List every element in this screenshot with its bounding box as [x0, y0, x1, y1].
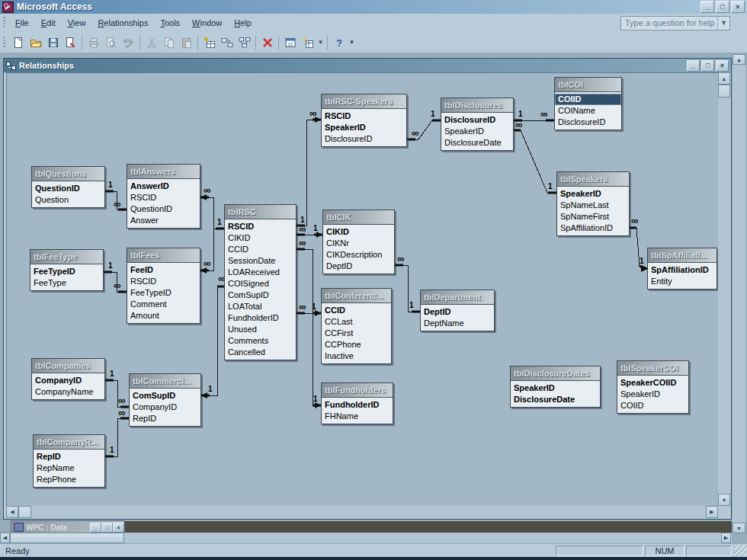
help-dropdown-arrow[interactable]: ▼ — [348, 34, 356, 51]
new-button[interactable] — [9, 34, 27, 51]
table-title-tblDisclosureDates[interactable]: tblDisclosureDates — [511, 366, 600, 381]
field-tblAnswers-Answer[interactable]: Answer — [127, 215, 200, 226]
field-tblCIK-CIKDescription[interactable]: CIKDescription — [323, 249, 394, 261]
field-tblCOI-COIName[interactable]: COIName — [555, 105, 621, 117]
relationship-tblRSC-tblAnswers[interactable]: 1∞ — [200, 184, 224, 229]
menu-file[interactable]: File — [9, 16, 35, 30]
table-tblDisclosureDates[interactable]: tblDisclosureDatesSpeakerIDDisclosureDat… — [510, 366, 601, 408]
field-tblFees-Comment[interactable]: Comment — [127, 299, 200, 310]
table-title-tblQuestions[interactable]: tblQuestions — [32, 167, 104, 181]
table-title-tblSpeakers[interactable]: tblSpeakers — [557, 172, 629, 187]
field-tblDisclosures-SpeakerID[interactable]: SpeakerID — [441, 126, 513, 137]
field-tblRSC-FundholderID[interactable]: FundholderID — [225, 312, 296, 324]
relationship-tblFeeType-tblFees[interactable]: 1∞ — [104, 261, 127, 292]
table-tblFees[interactable]: tblFeesFeeIDRSCIDFeeTypeIDCommentAmount — [127, 248, 200, 324]
new-object-button[interactable] — [299, 34, 316, 51]
field-tblCOI-DisclosureID[interactable]: DisclosureID — [555, 117, 621, 128]
field-tblSpAffiliati...-Entity[interactable]: Entity — [648, 276, 717, 287]
field-tblDepartment-DeptID[interactable]: DeptID — [421, 306, 494, 318]
mdi-vertical-scrollbar[interactable]: ▲ ▼ — [733, 54, 745, 533]
table-title-tblAnswers[interactable]: tblAnswers — [127, 165, 200, 179]
chevron-down-icon[interactable]: ▼ — [717, 17, 729, 30]
new-object-dropdown-arrow[interactable]: ▼ — [316, 34, 325, 51]
field-tblCIK-CIKNr[interactable]: CIKNr — [323, 238, 394, 249]
field-tblSpeakers-SpNameLast[interactable]: SpNameLast — [557, 200, 629, 211]
partial-close-button[interactable]: × — [113, 523, 124, 533]
table-tblCompanies[interactable]: tblCompaniesCompanyIDCompanyName — [31, 358, 105, 400]
field-tblCOI-COIID[interactable]: COIID — [555, 94, 621, 105]
relationship-tblRSC-tblRSC-Speakers[interactable]: 1∞ — [297, 107, 321, 226]
field-tblConferenc...-CCLast[interactable]: CCLast — [322, 316, 391, 328]
field-tblCompanyR...-RepName[interactable]: RepName — [34, 462, 104, 474]
field-tblDisclosures-DisclosureID[interactable]: DisclosureID — [441, 114, 513, 126]
table-title-tblFeeType[interactable]: tblFeeType — [30, 250, 103, 264]
relationship-tblCIK-tblRSC[interactable]: ∞1 — [297, 223, 322, 238]
table-tblSpeakerCOI[interactable]: tblSpeakerCOISpeakerCOIIDSpeakerIDCOIID — [617, 360, 689, 414]
save-button[interactable] — [44, 34, 62, 51]
relationship-tblDisclosures-tblSpeakers[interactable]: ∞1 — [514, 119, 556, 193]
relwin-close-button[interactable]: × — [716, 60, 729, 72]
relationship-tblCompanyR...-tblCommerci...[interactable]: 1∞ — [105, 407, 129, 456]
field-tblCommerci...-RepID[interactable]: RepID — [130, 413, 200, 424]
field-tblRSC-RSCID[interactable]: RSCID — [225, 221, 296, 232]
menu-edit[interactable]: Edit — [35, 16, 62, 30]
partial-maximize-button[interactable]: □ — [101, 523, 113, 533]
toolbar-gripper[interactable] — [3, 37, 5, 49]
menu-help[interactable]: Help — [228, 16, 258, 30]
field-tblRSC-CCID[interactable]: CCID — [225, 244, 296, 255]
scroll-left-button[interactable]: ◀ — [0, 533, 10, 543]
field-tblAnswers-RSCID[interactable]: RSCID — [127, 192, 200, 203]
maximize-button[interactable]: □ — [716, 1, 729, 13]
table-tblSpAffiliati...[interactable]: tblSpAffiliati...SpAffiliationIDEntity — [647, 248, 717, 290]
field-tblFeeType-FeeType[interactable]: FeeType — [30, 277, 103, 289]
field-tblCompanyR...-RepPhone[interactable]: RepPhone — [34, 474, 104, 485]
show-table-button[interactable] — [200, 34, 218, 51]
vertical-scroll-thumb[interactable] — [718, 85, 730, 98]
close-button[interactable]: × — [731, 1, 745, 13]
table-tblCommerci...[interactable]: tblCommerci...ComSupIDCompanyIDRepID — [129, 373, 201, 427]
table-tblRSC-Speakers[interactable]: tblRSC-SpeakersRSCIDSpeakerIDDisclosureI… — [321, 94, 407, 147]
table-tblFundholders[interactable]: tblFundholdersFundholderIDFHName — [321, 382, 393, 424]
field-tblSpeakers-SpeakerID[interactable]: SpeakerID — [557, 188, 629, 200]
relwin-vertical-scrollbar[interactable]: ▲ ▼ — [718, 72, 730, 506]
scroll-down-button[interactable]: ▼ — [718, 494, 730, 506]
table-tblConferenc...[interactable]: tblConferenc...CCIDCCLastCCFirstCCPhoneI… — [321, 288, 392, 364]
field-tblAnswers-QuestionID[interactable]: QuestionID — [127, 203, 200, 215]
field-tblRSC-LOATotal[interactable]: LOATotal — [225, 301, 296, 312]
field-tblConferenc...-Inactive[interactable]: Inactive — [322, 350, 391, 362]
field-tblRSC-Comments[interactable]: Comments — [225, 335, 296, 347]
table-tblCOI[interactable]: tblCOICOIIDCOINameDisclosureID — [554, 77, 622, 130]
scroll-up-button[interactable]: ▲ — [718, 72, 730, 85]
relationship-tblRSC-Speakers-tblDisclosures[interactable]: ∞1 — [407, 110, 441, 139]
field-tblAnswers-AnswerID[interactable]: AnswerID — [127, 181, 200, 192]
table-tblDepartment[interactable]: tblDepartmentDeptIDDeptName — [420, 290, 495, 331]
horizontal-scroll-thumb[interactable] — [18, 506, 31, 518]
field-tblRSC-Unused[interactable]: Unused — [225, 324, 296, 335]
field-tblCommerci...-ComSupID[interactable]: ComSupID — [130, 390, 200, 402]
table-tblFeeType[interactable]: tblFeeTypeFeeTypeIDFeeType — [30, 249, 104, 291]
table-title-tblSpAffiliati...[interactable]: tblSpAffiliati... — [648, 248, 717, 263]
table-tblAnswers[interactable]: tblAnswersAnswerIDRSCIDQuestionIDAnswer — [127, 164, 200, 229]
relationships-titlebar[interactable]: Relationships _ □ × — [4, 59, 731, 72]
field-tblSpeakers-SpAffiliationID[interactable]: SpAffiliationID — [557, 222, 629, 234]
field-tblCIK-DeptID[interactable]: DeptID — [323, 261, 394, 272]
table-title-tblCompanies[interactable]: tblCompanies — [32, 359, 104, 373]
relationship-tblFundholders-tblRSC[interactable]: ∞1 — [297, 237, 321, 408]
field-tblConferenc...-CCFirst[interactable]: CCFirst — [322, 328, 391, 339]
field-tblRSC-CIKID[interactable]: CIKID — [225, 232, 296, 244]
show-all-relationships-button[interactable] — [236, 34, 253, 51]
field-tblCompanies-CompanyName[interactable]: CompanyName — [32, 386, 104, 398]
menu-relationships[interactable]: Relationships — [91, 16, 154, 30]
relwin-maximize-button[interactable]: □ — [701, 60, 714, 72]
relationship-tblRSC-tblFees[interactable]: ∞ — [200, 229, 213, 274]
scroll-right-button[interactable]: ▶ — [721, 533, 731, 543]
field-tblCompanyR...-RepID[interactable]: RepID — [34, 451, 104, 462]
field-tblSpeakerCOI-COIID[interactable]: COIID — [617, 400, 688, 411]
menu-tools[interactable]: Tools — [154, 16, 186, 30]
field-tblConferenc...-CCID[interactable]: CCID — [322, 305, 391, 316]
minimize-button[interactable]: _ — [701, 1, 714, 13]
relwin-resize-grip[interactable] — [718, 506, 730, 518]
field-tblSpAffiliati...-SpAffiliationID[interactable]: SpAffiliationID — [648, 264, 717, 276]
table-title-tblFundholders[interactable]: tblFundholders — [322, 383, 393, 398]
relationship-tblRSC-tblCommerci...[interactable]: ∞1 — [201, 273, 225, 398]
